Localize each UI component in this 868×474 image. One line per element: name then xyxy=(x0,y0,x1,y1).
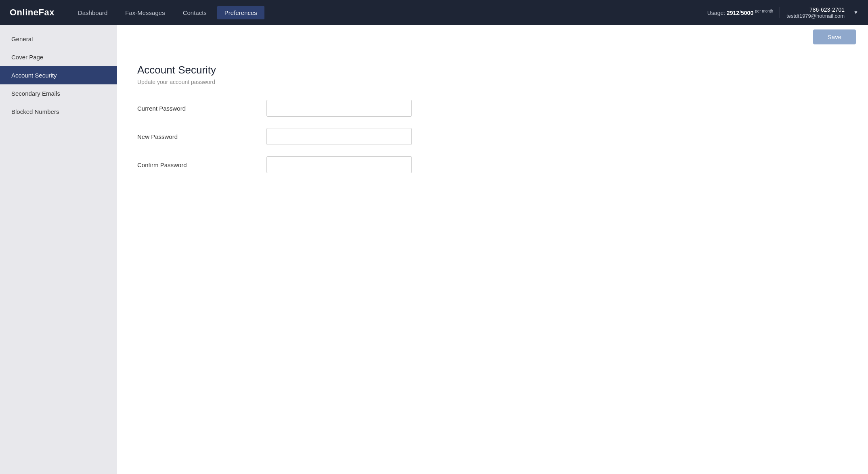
new-password-label: New Password xyxy=(137,133,266,140)
header-right: Usage: 2912/5000 per month 786-623-2701 … xyxy=(707,6,858,19)
user-phone: 786-623-2701 xyxy=(809,6,845,13)
content-area: Account Security Update your account pas… xyxy=(117,49,868,474)
user-info[interactable]: 786-623-2701 testdt1979@hotmail.com xyxy=(786,6,845,19)
toolbar: Save xyxy=(117,25,868,49)
confirm-password-label: Confirm Password xyxy=(137,161,266,168)
current-password-label: Current Password xyxy=(137,105,266,112)
usage-total: 5000 xyxy=(741,10,753,16)
main-nav: Dashboard Fax-Messages Contacts Preferen… xyxy=(71,6,264,19)
sidebar-item-secondary-emails[interactable]: Secondary Emails xyxy=(0,84,117,103)
logo-plain: Online xyxy=(10,7,38,17)
new-password-input[interactable] xyxy=(266,128,412,145)
confirm-password-input[interactable] xyxy=(266,156,412,173)
nav-dashboard[interactable]: Dashboard xyxy=(71,6,115,19)
save-button[interactable]: Save xyxy=(813,29,856,44)
usage-current: 2912 xyxy=(727,10,739,16)
header: OnlineFax Dashboard Fax-Messages Contact… xyxy=(0,0,868,25)
sidebar-item-general[interactable]: General xyxy=(0,30,117,48)
nav-fax-messages[interactable]: Fax-Messages xyxy=(118,6,172,19)
logo[interactable]: OnlineFax xyxy=(10,7,55,18)
header-left: OnlineFax Dashboard Fax-Messages Contact… xyxy=(10,6,264,19)
page-layout: General Cover Page Account Security Seco… xyxy=(0,25,868,474)
current-password-row: Current Password xyxy=(137,100,848,117)
usage-text: Usage: 2912/5000 per month xyxy=(707,9,773,16)
new-password-row: New Password xyxy=(137,128,848,145)
nav-contacts[interactable]: Contacts xyxy=(176,6,214,19)
header-divider xyxy=(780,7,780,18)
sidebar: General Cover Page Account Security Seco… xyxy=(0,25,117,474)
sidebar-item-cover-page[interactable]: Cover Page xyxy=(0,48,117,66)
user-dropdown-icon[interactable]: ▼ xyxy=(853,10,858,15)
logo-bold: Fax xyxy=(38,7,54,17)
section-title: Account Security xyxy=(137,64,848,76)
main-content: Save Account Security Update your accoun… xyxy=(117,25,868,474)
sidebar-item-account-security[interactable]: Account Security xyxy=(0,66,117,84)
nav-preferences[interactable]: Preferences xyxy=(217,6,264,19)
usage-period: per month xyxy=(755,9,773,13)
sidebar-item-blocked-numbers[interactable]: Blocked Numbers xyxy=(0,103,117,121)
user-email: testdt1979@hotmail.com xyxy=(786,13,845,19)
confirm-password-row: Confirm Password xyxy=(137,156,848,173)
current-password-input[interactable] xyxy=(266,100,412,117)
section-subtitle: Update your account password xyxy=(137,79,848,85)
